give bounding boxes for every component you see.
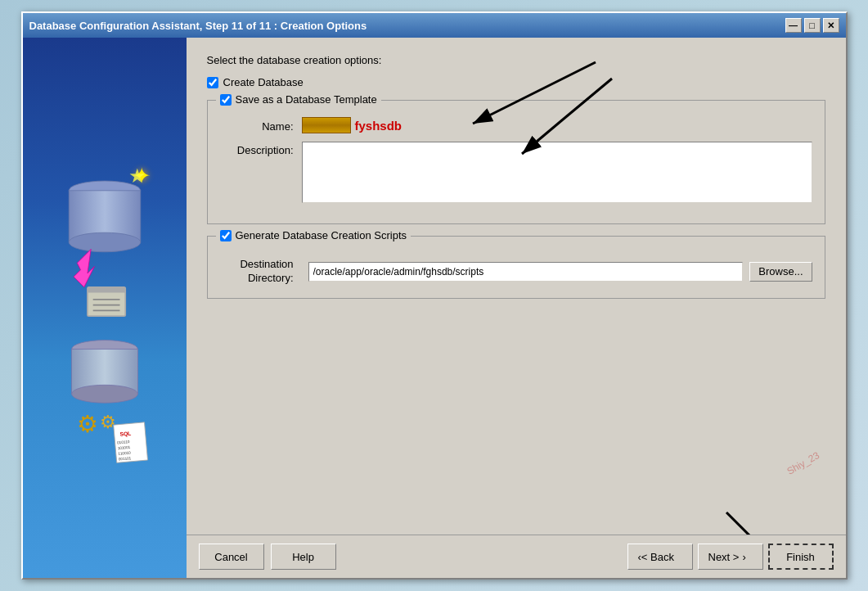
left-buttons: Cancel Help bbox=[199, 544, 336, 570]
main-window: Database Configuration Assistant, Step 1… bbox=[21, 11, 848, 580]
description-label: Description: bbox=[220, 142, 302, 156]
svg-rect-5 bbox=[87, 287, 124, 293]
name-value-container: fyshsdb bbox=[302, 117, 812, 133]
generate-scripts-label: Generate Database Creation Scripts bbox=[236, 229, 407, 241]
create-database-label[interactable]: Create Database bbox=[223, 76, 304, 88]
next-button[interactable]: Next > › bbox=[698, 544, 763, 570]
window-body: ✦ ★ ⚙ ⚙ bbox=[23, 38, 846, 578]
back-label: < Back bbox=[641, 551, 674, 563]
destination-label: Destination Directory: bbox=[220, 258, 302, 286]
create-database-row: Create Database bbox=[207, 76, 825, 88]
name-row: Name: fyshsdb bbox=[220, 117, 812, 133]
illustration: ✦ ★ ⚙ ⚙ bbox=[39, 54, 170, 562]
watermark-text: Shiy_23 bbox=[785, 449, 822, 477]
svg-text:★: ★ bbox=[128, 165, 146, 187]
instruction-text: Select the database creation options: bbox=[207, 54, 825, 66]
destination-input[interactable] bbox=[308, 262, 744, 282]
help-button[interactable]: Help bbox=[271, 544, 336, 570]
title-bar: Database Configuration Assistant, Step 1… bbox=[23, 13, 846, 38]
back-button[interactable]: ‹ < Back bbox=[627, 544, 693, 570]
bottom-bar: Cancel Help ‹ < Back Next > › Finish bbox=[187, 535, 846, 578]
cancel-button[interactable]: Cancel bbox=[199, 544, 264, 570]
description-textarea[interactable] bbox=[302, 142, 812, 203]
title-bar-controls: — □ ✕ bbox=[785, 18, 839, 33]
generate-scripts-checkbox[interactable] bbox=[220, 230, 232, 241]
svg-point-11 bbox=[71, 385, 137, 403]
generate-scripts-legend: Generate Database Creation Scripts bbox=[216, 229, 412, 241]
destination-row: Destination Directory: Browse... bbox=[220, 258, 812, 286]
maximize-button[interactable]: □ bbox=[804, 18, 821, 33]
save-template-group: Save as a Database Template Name: fyshsd… bbox=[207, 100, 825, 224]
generate-scripts-group: Generate Database Creation Scripts Desti… bbox=[207, 236, 825, 299]
finish-button[interactable]: Finish bbox=[768, 544, 834, 570]
redacted-icon bbox=[302, 117, 351, 133]
description-row: Description: bbox=[220, 142, 812, 203]
browse-button[interactable]: Browse... bbox=[749, 262, 812, 282]
right-panel: Select the database creation options: Cr… bbox=[187, 38, 846, 578]
pink-arrow-icon bbox=[74, 249, 94, 286]
right-buttons: ‹ < Back Next > › Finish bbox=[627, 544, 834, 570]
left-illustration-panel: ✦ ★ ⚙ ⚙ bbox=[23, 38, 187, 578]
svg-point-2 bbox=[69, 232, 141, 252]
save-template-checkbox[interactable] bbox=[220, 94, 232, 106]
save-template-legend: Save as a Database Template bbox=[216, 93, 381, 106]
create-database-checkbox[interactable] bbox=[207, 77, 218, 88]
gear1-icon: ⚙ bbox=[77, 411, 98, 437]
db-illustration-svg: ✦ ★ ⚙ ⚙ bbox=[39, 111, 170, 504]
next-chevron-icon: › bbox=[742, 551, 745, 563]
window-title: Database Configuration Assistant, Step 1… bbox=[29, 20, 367, 32]
close-button[interactable]: ✕ bbox=[823, 18, 839, 33]
save-template-label: Save as a Database Template bbox=[236, 93, 377, 106]
next-label: Next > bbox=[708, 551, 740, 563]
name-value-text: fyshsdb bbox=[355, 119, 403, 133]
minimize-button[interactable]: — bbox=[785, 18, 802, 33]
name-label: Name: bbox=[220, 118, 302, 133]
